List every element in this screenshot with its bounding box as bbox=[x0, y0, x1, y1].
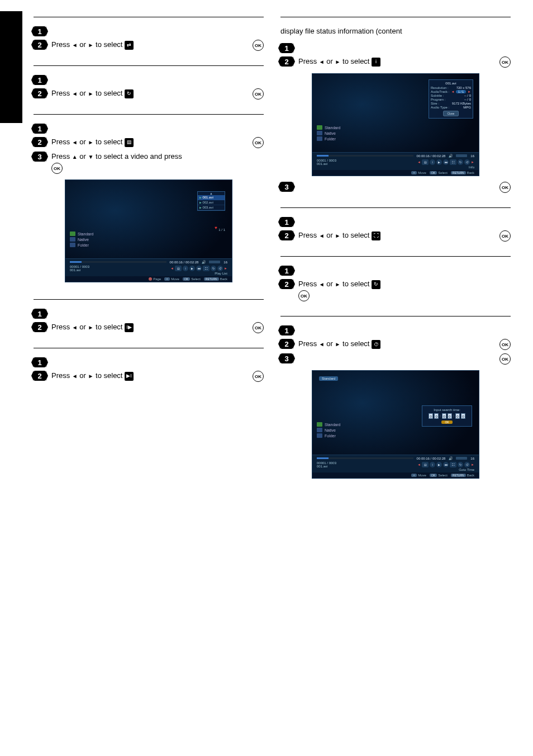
ok-button-icon: OK bbox=[51, 163, 63, 174]
step-1: 1 bbox=[280, 266, 293, 276]
current-file: 001.avi bbox=[70, 268, 89, 272]
left-arrow-icon bbox=[319, 231, 325, 239]
step-text: Press or to select ⛶ bbox=[298, 230, 494, 240]
standard-badge: Standard bbox=[319, 376, 338, 381]
native-icon bbox=[317, 428, 322, 432]
step-1: 1 bbox=[34, 309, 46, 319]
ok-key-icon: OK bbox=[430, 171, 437, 174]
chapter-num: 16 bbox=[470, 154, 474, 158]
skip-icon: ⏭ bbox=[196, 266, 202, 271]
intro-paragraph: display file status information (content bbox=[280, 26, 511, 36]
left-arrow-icon bbox=[72, 40, 78, 49]
prev-icon: ◄ bbox=[417, 463, 421, 466]
section-r2: 1 2 Press or to select ↻ OK bbox=[280, 256, 511, 316]
step-1: 1 bbox=[280, 325, 293, 336]
right-arrow-icon bbox=[88, 40, 94, 49]
section-r3: 1 2 Press or to select ⏱ OK 3 OK bbox=[280, 316, 511, 495]
ok-button-icon: OK bbox=[499, 353, 511, 365]
folder-icon bbox=[317, 433, 322, 438]
skip-icon: ⏭ bbox=[443, 159, 449, 165]
up-arrow-icon bbox=[72, 152, 78, 160]
info-icon: i bbox=[372, 58, 380, 67]
step-forward-icon: ▶I bbox=[125, 372, 134, 381]
aspect-icon: ⛶ bbox=[372, 231, 380, 240]
ok-key-icon: OK bbox=[430, 474, 437, 477]
current-file: 001.avi bbox=[317, 465, 336, 468]
step-text: Press or to select ▶I bbox=[51, 371, 247, 381]
goto-ok-button: OK bbox=[441, 420, 452, 424]
ok-key-icon: OK bbox=[183, 277, 190, 281]
left-arrow-icon bbox=[319, 57, 325, 65]
slow-play-icon: I▶ bbox=[125, 323, 134, 332]
control-label: Goto Time bbox=[317, 468, 474, 471]
folder-icon bbox=[70, 243, 75, 247]
section-l4: 1 2 Press or to select I▶ OK bbox=[34, 299, 264, 348]
step-1: 1 bbox=[34, 26, 46, 36]
control-label: Play List bbox=[70, 272, 227, 275]
list-icon: ▤ bbox=[422, 462, 429, 467]
playback-time: 00:00:16 / 00:02:28 bbox=[417, 154, 446, 158]
ok-button-icon: OK bbox=[298, 290, 310, 301]
section-l1: 1 2 Press or to select ⇄ OK bbox=[34, 17, 264, 65]
prev-icon: ◄ bbox=[170, 267, 174, 270]
goto-screenshot: Standard Input search time: 00 : 00 : 00… bbox=[312, 370, 479, 479]
repeat-icon: ↻ bbox=[125, 89, 134, 98]
ok-button-icon: OK bbox=[499, 230, 511, 242]
aspect-icon: ⛶ bbox=[450, 159, 456, 165]
right-arrow-icon bbox=[88, 138, 94, 146]
volume-icon: 🔊 bbox=[202, 260, 206, 264]
ok-button-icon: OK bbox=[253, 137, 264, 148]
step-3: 3 bbox=[34, 152, 46, 162]
step-2: 2 bbox=[34, 40, 46, 50]
ok-button-icon: OK bbox=[253, 322, 264, 333]
volume-icon: 🔊 bbox=[449, 154, 453, 158]
ok-button-icon: OK bbox=[253, 40, 264, 51]
step-text: Press or to select I▶ bbox=[51, 322, 247, 332]
right-arrow-icon bbox=[335, 231, 341, 239]
right-arrow-icon bbox=[335, 57, 341, 65]
next-icon: ► bbox=[471, 463, 474, 466]
info-icon: i bbox=[430, 462, 435, 467]
playback-time: 00:00:16 / 00:02:28 bbox=[170, 261, 199, 264]
section-l3: 1 2 Press or to select ▤ OK 3 Press or t… bbox=[34, 114, 264, 299]
step-2: 2 bbox=[280, 56, 293, 67]
clock-icon: ⏱ bbox=[217, 266, 223, 271]
standard-icon bbox=[70, 231, 75, 236]
step-2: 2 bbox=[34, 322, 46, 332]
standard-icon bbox=[317, 125, 322, 130]
chapter-num: 16 bbox=[223, 261, 227, 264]
next-icon: ► bbox=[224, 267, 227, 270]
pager: 1 / 1 bbox=[218, 228, 225, 231]
info-panel: 001.avi Resolution :720 x 576 AudioTrack… bbox=[429, 79, 473, 119]
rotate-icon: ↻ bbox=[458, 462, 463, 467]
left-arrow-icon bbox=[319, 280, 325, 288]
skip-icon: ⏭ bbox=[443, 462, 449, 467]
move-key-icon: ✧ bbox=[411, 171, 417, 174]
section-r1: 1 2 Press or to select ⛶ OK bbox=[280, 207, 511, 256]
folder-icon bbox=[317, 136, 322, 141]
left-arrow-icon bbox=[72, 323, 78, 331]
play-icon: ▶ bbox=[189, 266, 195, 271]
prev-icon: ◄ bbox=[417, 160, 421, 164]
playlist-item: 003.avi bbox=[198, 205, 225, 210]
ok-button-icon: OK bbox=[499, 182, 511, 193]
return-key-icon: RETURN bbox=[451, 474, 466, 477]
step-text: Press or to select ↻ bbox=[51, 88, 247, 98]
native-icon bbox=[317, 131, 322, 135]
step-text: Press or to select ⏱ bbox=[298, 339, 494, 349]
ok-button-icon: OK bbox=[499, 56, 511, 68]
step-2: 2 bbox=[280, 230, 293, 240]
step-3: 3 bbox=[280, 182, 293, 192]
step-1: 1 bbox=[34, 124, 46, 134]
heart-icon: ♥ bbox=[215, 225, 217, 230]
playlist-item: 002.avi bbox=[198, 200, 225, 205]
next-icon: ► bbox=[471, 160, 474, 164]
step-text: Press or to select ↻ OK bbox=[298, 279, 511, 301]
playlist-icon: ▤ bbox=[125, 138, 134, 147]
step-2: 2 bbox=[280, 339, 293, 349]
move-key-icon: ✧ bbox=[164, 277, 170, 281]
section-l5: 1 2 Press or to select ▶I OK bbox=[34, 348, 264, 396]
play-icon: ▶ bbox=[436, 159, 442, 165]
step-3: 3 bbox=[280, 353, 293, 363]
ok-button-icon: OK bbox=[253, 371, 264, 382]
